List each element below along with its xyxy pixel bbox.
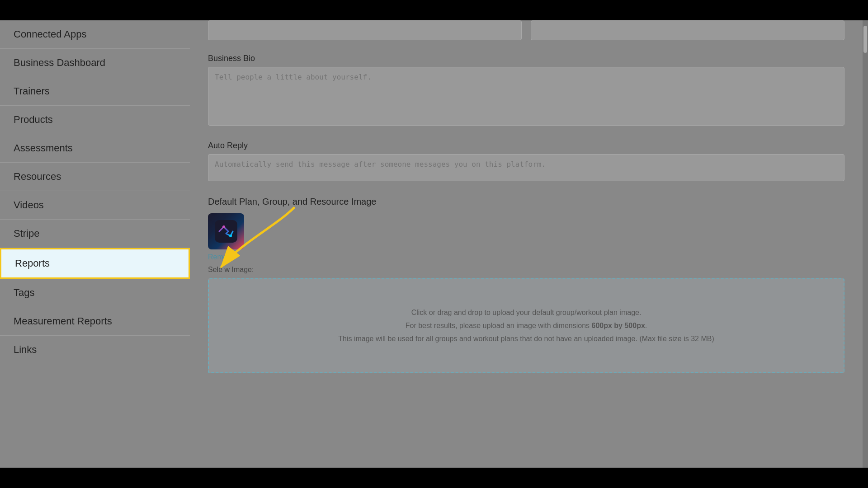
sidebar-item-assessments[interactable]: Assessments: [0, 134, 190, 163]
app-icon: [215, 220, 237, 243]
sidebar-item-links[interactable]: Links: [0, 336, 190, 364]
top-right-input[interactable]: [531, 20, 844, 40]
sidebar-item-stripe[interactable]: Stripe: [0, 220, 190, 248]
svg-point-2: [229, 235, 232, 237]
sidebar-item-label: Trainers: [14, 85, 50, 97]
sidebar-item-videos[interactable]: Videos: [0, 191, 190, 220]
sidebar-item-label: Measurement Reports: [14, 315, 112, 327]
select-new-image-label: Sele w Image:: [208, 266, 844, 274]
default-image-label: Default Plan, Group, and Resource Image: [208, 197, 844, 207]
top-bar: [0, 0, 868, 20]
scrollbar-thumb: [863, 26, 867, 53]
sidebar-item-connected-apps[interactable]: Connected Apps: [0, 20, 190, 49]
sidebar-item-business-dashboard[interactable]: Business Dashboard: [0, 49, 190, 77]
sidebar-item-reports[interactable]: Reports: [0, 248, 190, 279]
top-input-right-wrapper: [531, 20, 844, 40]
svg-rect-0: [215, 220, 237, 243]
auto-reply-textarea[interactable]: [208, 154, 844, 181]
auto-reply-label: Auto Reply: [208, 141, 844, 150]
bottom-bar: [0, 468, 868, 488]
sidebar-item-label: Stripe: [14, 228, 39, 239]
sidebar-item-label: Resources: [14, 171, 61, 183]
content-area: Business Bio Auto Reply Default Plan, Gr…: [190, 20, 863, 468]
sidebar-item-label: Tags: [14, 287, 34, 299]
sidebar-item-products[interactable]: Products: [0, 106, 190, 134]
uploaded-image-container: Remo: [208, 213, 844, 261]
sidebar-item-label: Connected Apps: [14, 28, 86, 40]
business-bio-section: Business Bio: [208, 54, 844, 127]
sidebar-item-measurement-reports[interactable]: Measurement Reports: [0, 307, 190, 336]
svg-point-1: [222, 225, 225, 228]
sidebar-item-label: Reports: [15, 258, 50, 269]
sidebar-item-resources[interactable]: Resources: [0, 163, 190, 191]
sidebar-item-label: Assessments: [14, 142, 73, 154]
business-bio-textarea[interactable]: [208, 67, 844, 126]
top-left-input[interactable]: [208, 20, 522, 40]
sidebar-item-tags[interactable]: Tags: [0, 279, 190, 307]
sidebar-item-label: Links: [14, 344, 37, 356]
sidebar-item-label: Videos: [14, 199, 44, 211]
top-input-row: [208, 20, 844, 40]
sidebar-item-label: Business Dashboard: [14, 57, 105, 69]
drop-zone-text: Click or drag and drop to upload your de…: [218, 306, 835, 345]
auto-reply-section: Auto Reply: [208, 141, 844, 183]
drop-zone-dimensions: 600px by 500px: [592, 322, 645, 329]
image-drop-zone[interactable]: Click or drag and drop to upload your de…: [208, 278, 844, 373]
sidebar: Connected Apps Business Dashboard Traine…: [0, 20, 190, 468]
default-image-section: Default Plan, Group, and Resource Image: [208, 197, 844, 373]
sidebar-item-trainers[interactable]: Trainers: [0, 77, 190, 106]
sidebar-item-label: Products: [14, 114, 53, 126]
uploaded-image: [208, 213, 244, 249]
business-bio-label: Business Bio: [208, 54, 844, 63]
remove-image-link[interactable]: Remo: [208, 253, 227, 261]
right-scrollbar[interactable]: [863, 20, 868, 468]
top-input-left-wrapper: [208, 20, 522, 40]
